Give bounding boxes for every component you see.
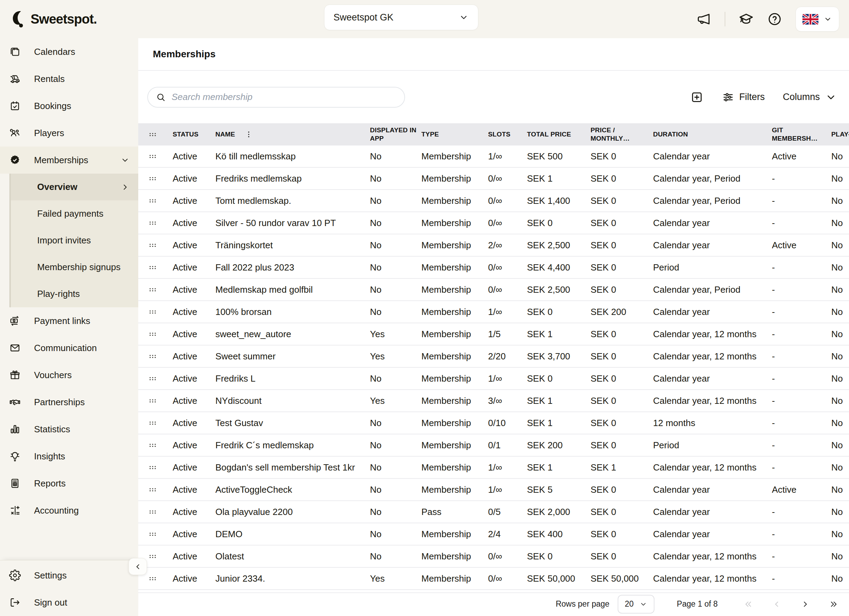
row-drag-handle[interactable] [146,574,173,583]
cell-play_rights: No [831,396,849,406]
club-selector[interactable]: Sweetspot GK [324,4,478,30]
table-row[interactable]: ActiveFall 2022 plus 2023NoMembership0/∞… [138,257,849,279]
calendar-icon [9,46,21,58]
search-input[interactable] [171,92,397,103]
table-row[interactable]: Active100% brorsanNoMembership1/∞SEK 0SE… [138,301,849,323]
submenu-item-import-invites[interactable]: Import invites [11,227,138,254]
table-row[interactable]: ActiveNYdiscountYesMembership3/∞SEK 1SEK… [138,390,849,412]
sidebar-item-accounting[interactable]: Accounting [0,497,138,524]
row-drag-handle[interactable] [146,352,173,361]
table-row[interactable]: ActiveTest GustavNoMembership0/10SEK 1SE… [138,412,849,434]
sidebar-item-communication[interactable]: Communication [0,335,138,362]
row-drag-handle[interactable] [146,174,173,183]
cell-duration: Calendar year, 12 months [653,462,772,473]
first-page-button[interactable] [743,599,753,609]
table-row[interactable]: ActiveJunior 2334.YesMembership0/∞SEK 50… [138,568,849,590]
row-drag-handle[interactable] [146,330,173,339]
row-drag-handle[interactable] [146,263,173,272]
row-drag-handle[interactable] [146,241,173,250]
filters-button[interactable]: Filters [722,91,765,103]
column-header[interactable]: NAME [215,130,370,139]
sidebar-item-insights[interactable]: Insights [0,443,138,470]
brand-logo[interactable]: Sweetspot. [0,10,97,28]
cell-total_price: SEK 50,000 [527,573,591,584]
previous-page-button[interactable] [772,599,782,609]
row-drag-handle[interactable] [146,418,173,428]
club-selector-value: Sweetspot GK [334,12,393,23]
sidebar-collapse-button[interactable] [128,558,147,575]
column-header[interactable]: TOTAL PRICE [527,130,591,138]
column-header[interactable]: PRICE / MONTHLY… [591,126,653,143]
row-drag-handle[interactable] [146,530,173,539]
row-drag-handle[interactable] [146,463,173,472]
table-row[interactable]: ActiveDEMONoMembership2/4SEK 400SEK 0Cal… [138,523,849,546]
submenu-item-overview[interactable]: Overview [11,174,138,200]
column-header[interactable]: DURATION [653,130,772,138]
sidebar-item-rentals[interactable]: Rentals [0,65,138,92]
sidebar-item-label: Vouchers [34,370,71,381]
table-row[interactable]: ActiveMedlemskap med golfbilNoMembership… [138,279,849,301]
table-row[interactable]: ActiveTräningskortetNoMembership2/∞SEK 2… [138,234,849,257]
sidebar-item-statistics[interactable]: Statistics [0,416,138,443]
table-row[interactable]: ActiveFredriks medlemskapNoMembership0/∞… [138,168,849,190]
column-header-label: DISPLAYED IN APP [370,126,417,142]
table-row[interactable]: ActiveOlatestNoMembership0/∞SEK 0SEK 0Ca… [138,546,849,568]
add-membership-button[interactable] [690,90,704,104]
submenu-item-failed-payments[interactable]: Failed payments [11,200,138,227]
table-row[interactable]: ActiveSilver - 50 rundor varav 10 PTNoMe… [138,212,849,234]
table-row[interactable]: ActiveBogdan's sell membership Test 1krN… [138,457,849,479]
row-drag-handle[interactable] [146,307,173,317]
table-row[interactable]: Activesweet_new_autoreYesMembership1/5SE… [138,323,849,345]
table-row[interactable]: ActiveActiveToggleCheckNoMembership1/∞SE… [138,479,849,501]
sidebar-item-reports[interactable]: Reports [0,470,138,497]
drag-handle-icon [146,396,168,406]
sidebar-item-payment-links[interactable]: Payment links [0,307,138,335]
table-row[interactable]: ActiveFredrik C´s medlemskapNoMembership… [138,434,849,457]
language-selector[interactable] [795,7,839,31]
row-drag-handle[interactable] [146,374,173,383]
last-page-button[interactable] [829,599,839,609]
sidebar-item-vouchers[interactable]: Vouchers [0,362,138,388]
sidebar-item-settings[interactable]: Settings [0,562,138,589]
table-row[interactable]: ActiveOla playvalue 2200NoPass0/5SEK 2,0… [138,501,849,523]
row-drag-handle[interactable] [146,285,173,295]
table-row[interactable]: ActiveFredriks LNoMembership1/∞SEK 0SEK … [138,368,849,390]
rows-per-page-select[interactable]: 20 [618,595,654,614]
help-icon[interactable] [767,12,782,27]
column-menu-kebab-icon[interactable] [244,130,253,139]
column-header[interactable]: TYPE [422,130,488,138]
next-page-button[interactable] [800,599,810,609]
table-row[interactable]: ActiveTomt medlemskap.NoMembership0/∞SEK… [138,190,849,212]
row-drag-handle[interactable] [146,196,173,205]
row-drag-handle[interactable] [146,396,173,406]
column-header[interactable]: STATUS [173,130,215,138]
sidebar-item-partnerships[interactable]: Partnerships [0,388,138,416]
sidebar-item-memberships[interactable]: Memberships [0,147,138,174]
row-drag-handle[interactable] [146,152,173,161]
column-header[interactable]: PLAY-RIGHTS [831,130,849,138]
drag-handle-icon [146,463,168,472]
cell-slots: 0/1 [488,440,527,451]
table-row[interactable]: ActiveKö till medlemsskapNoMembership1/∞… [138,146,849,168]
column-header[interactable]: GIT MEMBERSH… [772,126,831,143]
sidebar-item-sign-out[interactable]: Sign out [0,589,138,616]
column-header[interactable]: DISPLAYED IN APP [370,126,422,143]
submenu-item-play-rights[interactable]: Play-rights [11,281,138,307]
cell-play_rights: No [831,507,849,517]
sidebar-item-players[interactable]: Players [0,119,138,147]
cell-type: Membership [422,418,488,429]
row-drag-handle[interactable] [146,485,173,494]
column-header[interactable]: SLOTS [488,130,527,138]
sidebar-item-calendars[interactable]: Calendars [0,38,138,65]
submenu-item-membership-signups[interactable]: Membership signups [11,254,138,281]
columns-button[interactable]: Columns [783,91,837,103]
cell-git_membership: - [772,440,831,451]
sidebar-item-bookings[interactable]: Bookings [0,92,138,119]
row-drag-handle[interactable] [146,507,173,517]
row-drag-handle[interactable] [146,440,173,450]
academy-graduation-cap-icon[interactable] [739,12,754,27]
row-drag-handle[interactable] [146,219,173,228]
announcements-megaphone-icon[interactable] [696,12,712,27]
table-row[interactable]: ActiveSweet summerYesMembership2/20SEK 3… [138,345,849,368]
row-drag-handle[interactable] [146,552,173,561]
